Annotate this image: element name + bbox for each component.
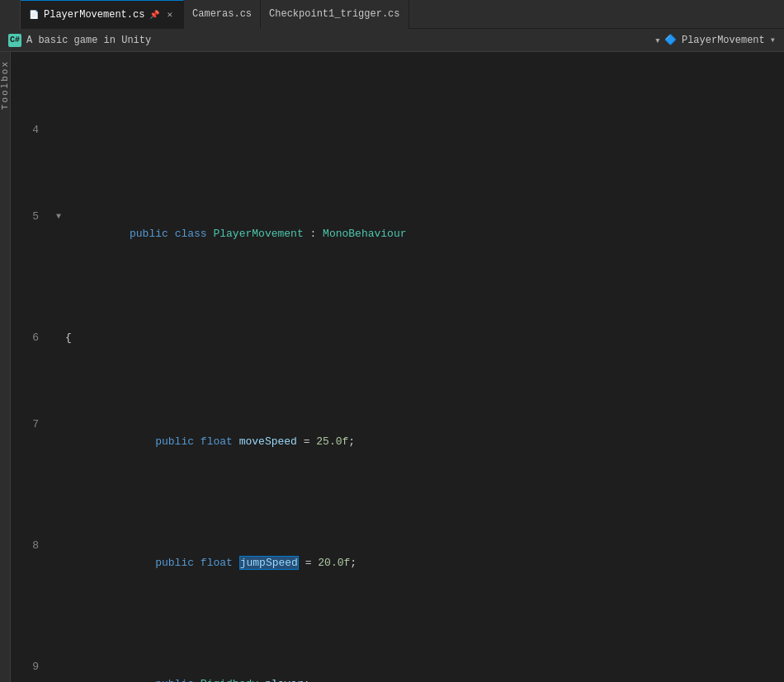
tab-label-checkpoint1: Checkpoint1_trigger.cs [269,8,399,20]
tab-icon-playermovement: 📄 [29,10,39,20]
editor-container: Toolbox 4 5 ▼ public class PlayerMovemen… [0,52,784,682]
breadcrumb-project: A basic game in Unity [26,35,651,46]
breadcrumb-separator: 🔷 [664,34,677,46]
code-line-6: 6 { [19,329,784,346]
tab-cameras[interactable]: Cameras.cs [184,0,261,29]
toolbox-label: Toolbox [0,60,10,110]
tab-bar: 📄 PlayerMovement.cs 📌 ✕ Cameras.cs Check… [0,0,784,29]
tab-label-cameras: Cameras.cs [192,8,252,20]
code-line-5: 5 ▼ public class PlayerMovement : MonoBe… [19,208,784,260]
tab-label-playermovement: PlayerMovement.cs [44,9,144,21]
tab-pin-icon: 📌 [149,10,159,20]
code-line-9: 9 public Rigidbody player; [19,658,784,682]
breadcrumb-class-dropdown[interactable]: ▾ [770,34,776,46]
code-line-4: 4 [19,121,784,139]
tab-close-playermovement[interactable]: ✕ [164,8,175,21]
breadcrumb-dropdown-icon[interactable]: ▾ [654,34,661,47]
toolbox-sidebar-tab [0,0,21,29]
breadcrumb-right: 🔷 PlayerMovement ▾ [664,34,776,46]
breadcrumb-class: PlayerMovement [682,35,765,46]
tab-checkpoint1[interactable]: Checkpoint1_trigger.cs [261,0,409,29]
code-line-7: 7 public float moveSpeed = 25.0f; [19,416,784,468]
fold-icon-5[interactable]: ▼ [56,208,61,225]
tab-playermovement[interactable]: 📄 PlayerMovement.cs 📌 ✕ [21,0,184,29]
code-line-8: 8 public float jumpSpeed = 20.0f; [19,537,784,589]
code-lines: 4 5 ▼ public class PlayerMovement : Mono… [11,52,784,682]
breadcrumb-bar: C# A basic game in Unity ▾ 🔷 PlayerMovem… [0,29,784,52]
code-editor[interactable]: 4 5 ▼ public class PlayerMovement : Mono… [11,52,784,682]
project-icon: C# [8,34,21,47]
toolbox-panel: Toolbox [0,52,11,682]
